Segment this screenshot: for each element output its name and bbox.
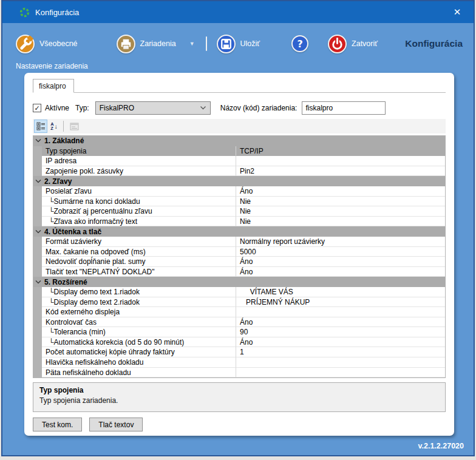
property-value[interactable]: TCP/IP	[236, 146, 445, 157]
property-category-row[interactable]: 1. Základné	[33, 136, 445, 146]
property-value[interactable]: Normálny report uzávierky	[236, 237, 445, 247]
category-indent-strip	[33, 197, 42, 207]
property-row[interactable]: └Sumárne na konci dokladuNie	[33, 197, 445, 207]
category-indent-strip	[33, 257, 42, 267]
property-value[interactable]: Nie	[236, 217, 445, 227]
property-row[interactable]: └Display demo text 1.riadok VÍTAME VÁS	[33, 287, 445, 297]
property-value[interactable]	[236, 307, 445, 317]
chevron-down-icon[interactable]	[33, 229, 43, 234]
property-label: └Zobraziť aj percentuálnu zľavu	[42, 206, 236, 217]
chevron-down-icon[interactable]	[33, 138, 43, 143]
property-category-row[interactable]: 5. Rozšírené	[33, 277, 445, 287]
device-header-row: ✓ Aktívne Typ: FiskalPRO Názov (kód) zar…	[33, 101, 446, 115]
category-indent-strip	[33, 317, 42, 328]
help-button[interactable]: ?	[291, 35, 308, 52]
general-button[interactable]: Všeobecné	[16, 35, 78, 53]
chevron-down-icon	[200, 104, 206, 112]
property-label: └Display demo text 1.riadok	[42, 287, 236, 297]
print-texts-button[interactable]: Tlač textov	[89, 418, 143, 431]
property-row[interactable]: Typ spojeniaTCP/IP	[33, 146, 445, 157]
device-name-input[interactable]: fiskalpro	[302, 101, 386, 115]
property-label: Päta nefiskálneho dokladu	[42, 368, 236, 378]
property-row[interactable]: Počet automatickej kópie úhrady faktúry1	[33, 347, 445, 357]
property-value[interactable]: VÍTAME VÁS	[236, 287, 445, 297]
close-app-button[interactable]: Zatvoriť	[328, 35, 378, 53]
close-icon[interactable]: ✕	[448, 7, 466, 18]
property-row[interactable]: └Tolerancia (min)90	[33, 327, 445, 337]
property-row[interactable]: Tlačiť text "NEPLATNÝ DOKLAD"Áno	[33, 267, 445, 277]
chevron-down-icon[interactable]	[33, 280, 43, 285]
property-row[interactable]: └Automatická korekcia (od 5 do 90 minút)…	[33, 337, 445, 348]
devices-dropdown-icon[interactable]: ▼	[189, 41, 195, 47]
category-indent-strip	[33, 307, 42, 317]
property-value[interactable]: Nie	[236, 206, 445, 217]
property-value[interactable]: Áno	[236, 186, 445, 197]
property-value[interactable]: Nie	[236, 197, 445, 207]
save-label: Uložiť	[240, 39, 260, 48]
property-row[interactable]: Päta nefiskálneho dokladu	[33, 368, 445, 378]
property-row[interactable]: Nedovoliť dopĺňanie plat. sumyÁno	[33, 257, 445, 267]
general-label: Všeobecné	[39, 39, 78, 48]
property-row[interactable]: └Zobraziť aj percentuálnu zľavuNie	[33, 206, 445, 217]
property-value[interactable]: 5000	[236, 247, 445, 257]
title-bar: Konfigurácia ✕	[2, 1, 474, 23]
property-value[interactable]: Áno	[236, 317, 445, 328]
property-category-row[interactable]: 4. Účtenka a tlač	[33, 226, 445, 237]
devices-label: Zariadenia	[140, 39, 176, 48]
device-type-select[interactable]: FiskalPRO	[95, 101, 211, 115]
category-indent-strip	[33, 357, 42, 368]
property-label: Tlačiť text "NEPLATNÝ DOKLAD"	[42, 267, 236, 277]
property-label: Typ spojenia	[42, 146, 236, 157]
category-indent-strip	[33, 166, 42, 177]
category-indent-strip	[33, 217, 42, 227]
property-value[interactable]	[236, 368, 445, 378]
property-category-row[interactable]: 2. Zľavy	[33, 176, 445, 186]
property-label: └Tolerancia (min)	[42, 327, 236, 337]
property-value[interactable]: Áno	[236, 337, 445, 348]
property-label: Počet automatickej kópie úhrady faktúry	[42, 347, 236, 357]
test-communication-button[interactable]: Test kom.	[33, 418, 82, 431]
devices-button[interactable]: Zariadenia	[117, 35, 176, 53]
tab-fiskalpro[interactable]: fiskalpro	[33, 79, 74, 93]
property-value[interactable]: Áno	[236, 267, 445, 277]
property-row[interactable]: └Zľava ako informačný textNie	[33, 217, 445, 227]
alphabetical-sort-button[interactable]: AZ↓	[47, 120, 61, 133]
category-indent-strip	[33, 146, 42, 157]
property-row[interactable]: Kód externého displeja	[33, 307, 445, 317]
property-value[interactable]: 90	[236, 327, 445, 337]
property-row[interactable]: Formát uzávierkyNormálny report uzávierk…	[33, 237, 445, 247]
property-row[interactable]: Kontrolovať časÁno	[33, 317, 445, 328]
page-title: Konfigurácia	[405, 38, 463, 49]
save-button[interactable]: Uložiť	[217, 35, 260, 53]
property-grid-toolbar: AZ↓	[33, 119, 446, 134]
property-value[interactable]: PRÍJEMNÝ NÁKUP	[236, 297, 445, 308]
property-label: Kontrolovať čas	[42, 317, 236, 328]
property-label: Nedovoliť dopĺňanie plat. sumy	[42, 257, 236, 267]
property-row[interactable]: Hlavička nefiskálneho dokladu	[33, 357, 445, 368]
chevron-down-icon[interactable]	[33, 179, 43, 184]
active-checkbox[interactable]: ✓	[33, 104, 41, 112]
device-settings-panel: fiskalpro ✓ Aktívne Typ: FiskalPRO Názov…	[24, 73, 454, 436]
description-text: Typ spojenia zariadenia.	[39, 396, 439, 405]
property-row[interactable]: IP adresa	[33, 156, 445, 166]
type-label: Typ:	[75, 104, 89, 112]
category-indent-strip	[33, 347, 42, 357]
property-row[interactable]: └Display demo text 2.riadok PRÍJEMNÝ NÁK…	[33, 297, 445, 308]
property-pages-button	[67, 120, 81, 133]
action-button-row: Test kom. Tlač textov	[33, 418, 446, 431]
property-value[interactable]	[236, 156, 445, 166]
property-label: └Display demo text 2.riadok	[42, 297, 236, 308]
categorized-view-button[interactable]	[34, 120, 47, 133]
property-row[interactable]: Max. čakanie na odpoveď (ms)5000	[33, 247, 445, 257]
property-value[interactable]: Pin2	[236, 166, 445, 177]
property-value[interactable]: Áno	[236, 257, 445, 267]
device-type-value: FiskalPRO	[100, 104, 134, 112]
category-label: 5. Rozšírené	[43, 278, 87, 286]
property-value[interactable]: 1	[236, 347, 445, 357]
category-label: 2. Zľavy	[43, 177, 72, 186]
property-label: └Zľava ako informačný text	[42, 217, 236, 227]
property-value[interactable]	[236, 357, 445, 368]
category-indent-strip	[33, 287, 42, 297]
property-row[interactable]: Zapojenie pokl. zásuvkyPin2	[33, 166, 445, 177]
property-row[interactable]: Posielať zľavuÁno	[33, 186, 445, 197]
